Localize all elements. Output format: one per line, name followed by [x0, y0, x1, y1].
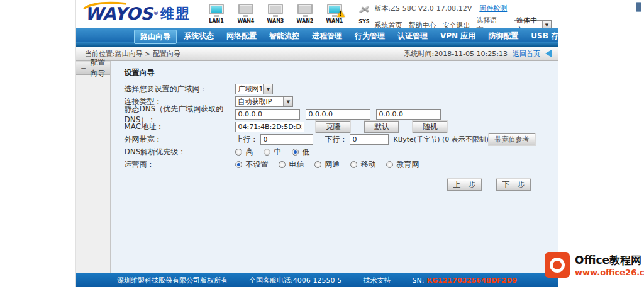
warning-icon: ! — [337, 10, 345, 17]
dns-input-1[interactable] — [235, 109, 300, 120]
isp-option-label: 不设置 — [245, 159, 268, 170]
router-admin-page: WAYOS® 维盟 LAN1WAN4WAN3WAN2!WAN1SYS 版本:ZS… — [75, 0, 558, 287]
status-label: SYS — [353, 19, 374, 25]
radio-icon[interactable] — [235, 161, 242, 168]
isp-option-2[interactable]: 电信 — [279, 159, 304, 170]
serial-number: SN:KG1217032564BDF2D9 — [413, 276, 517, 285]
mac-input[interactable] — [235, 122, 304, 132]
status-label: WAN4 — [235, 18, 256, 24]
monitor-icon: ! — [327, 4, 342, 14]
nav-tab-7[interactable]: 认证管理 — [392, 30, 433, 44]
upstream-label: 上行： — [235, 134, 258, 145]
mac-random-button[interactable]: 随机 — [413, 121, 447, 133]
nav-tabs: 路由向导系统状态网络配置智能流控进程管理行为管理认证管理VPN 应用防御配置US… — [76, 28, 558, 44]
status-sys[interactable]: SYS — [353, 3, 374, 25]
isp-option-label: 网通 — [325, 159, 340, 170]
dns-priority-option-2[interactable]: 中 — [264, 147, 281, 157]
isp-option-3[interactable]: 网通 — [314, 159, 340, 170]
downstream-input[interactable] — [350, 134, 389, 145]
header: WAYOS® 维盟 LAN1WAN4WAN3WAN2!WAN1SYS 版本:ZS… — [76, 0, 558, 28]
nav-tab-9[interactable]: 防御配置 — [482, 30, 524, 44]
bandwidth-reference-button[interactable]: 带宽值参考 — [489, 133, 535, 145]
back-arrow-icon[interactable] — [545, 50, 552, 57]
dns-input-2[interactable] — [306, 109, 370, 120]
status-wan2[interactable]: WAN2 — [294, 3, 315, 25]
dns-priority-option-label: 中 — [274, 147, 281, 157]
status-wan4[interactable]: WAN4 — [235, 3, 256, 25]
watermark-url: www.office26.com — [575, 268, 644, 277]
monitor-icon — [268, 4, 283, 14]
scrollbar-thumb[interactable] — [636, 2, 641, 12]
status-label: WAN3 — [265, 18, 286, 24]
conn-type-value: 自动获取IP — [238, 97, 272, 106]
nav-tab-10[interactable]: USB 存储 — [525, 30, 572, 44]
nav-tab-4[interactable]: 智能流控 — [264, 30, 305, 44]
wan-select[interactable]: 广域网1 ▼ — [235, 84, 273, 94]
nav-tab-2[interactable]: 系统状态 — [178, 30, 219, 44]
isp-option-label: 电信 — [289, 159, 304, 170]
radio-icon[interactable] — [279, 161, 286, 168]
radio-icon[interactable] — [386, 161, 393, 168]
logo-swoosh-icon — [82, 1, 128, 9]
chevron-down-icon[interactable]: ▼ — [283, 97, 292, 106]
radio-icon[interactable] — [314, 161, 321, 168]
breadcrumb-bar: 当前位置:路由向导 > 配置向导 系统时间:2018-11-05 10:25:1… — [76, 47, 558, 61]
nav-tab-12[interactable]: 系统维护 — [616, 30, 644, 44]
isp-radios: 不设置电信网通移动教育网 — [235, 159, 430, 170]
status-wan1[interactable]: !WAN1 — [324, 3, 345, 25]
status-lan1[interactable]: LAN1 — [206, 3, 226, 25]
wan-select-value: 广域网1 — [238, 84, 263, 94]
mac-clone-button[interactable]: 克隆 — [316, 121, 350, 133]
isp-label: 运营商： — [124, 159, 235, 170]
status-icons: LAN1WAN4WAN3WAN2!WAN1SYS — [206, 3, 374, 25]
nav-tab-11[interactable]: 高级配置 — [573, 30, 614, 44]
status-label: WAN1 — [324, 18, 345, 24]
status-label: WAN2 — [294, 18, 315, 24]
isp-option-1[interactable]: 不设置 — [235, 159, 268, 170]
version-label: 版本:ZS-58C V2.0-17.08.12V — [374, 4, 472, 13]
footer: 深圳维盟科技股份有限公司版权所有 全国客服电话:4006-12550-5 技术支… — [76, 273, 558, 287]
dns-priority-option-3[interactable]: 低 — [292, 147, 309, 157]
watermark-title: Office教程网 — [575, 253, 644, 268]
logo-text-cn: 维盟 — [160, 4, 191, 23]
radio-icon[interactable] — [235, 149, 242, 156]
bandwidth-label: 外网带宽： — [124, 134, 235, 145]
nav-tab-3[interactable]: 网络配置 — [221, 30, 262, 44]
dns-priority-option-label: 低 — [302, 147, 309, 157]
nav-tab-6[interactable]: 行为管理 — [349, 30, 391, 44]
radio-icon[interactable] — [292, 149, 299, 156]
home-link[interactable]: 返回首页 — [513, 49, 540, 59]
conn-type-select[interactable]: 自动获取IP ▼ — [235, 96, 293, 107]
status-wan3[interactable]: WAN3 — [265, 3, 286, 25]
mac-default-button[interactable]: 默认 — [364, 121, 399, 133]
tools-icon — [357, 4, 372, 15]
nav-tab-8[interactable]: VPN 应用 — [435, 30, 481, 44]
wan-select-label: 选择您要设置的广域网： — [124, 84, 235, 94]
firmware-check-link[interactable]: 固件检测 — [479, 4, 507, 13]
nav-tab-1[interactable]: 路由向导 — [134, 30, 177, 44]
office-logo-icon — [545, 252, 570, 278]
support-link[interactable]: 技术支持 — [364, 276, 391, 285]
dns-priority-option-1[interactable]: 高 — [235, 147, 253, 157]
dns-priority-label: DNS解析优先级： — [124, 147, 235, 157]
prev-step-button[interactable]: 上一步 — [447, 179, 482, 191]
bandwidth-note: KByte(千字节) (0 表示不限制) — [393, 135, 489, 144]
radio-icon[interactable] — [350, 161, 357, 168]
next-step-button[interactable]: 下一步 — [496, 179, 531, 191]
nav-tab-5[interactable]: 进程管理 — [306, 30, 348, 44]
monitor-icon — [297, 4, 313, 14]
radio-icon[interactable] — [264, 149, 270, 156]
dns-input-3[interactable] — [376, 109, 441, 120]
registered-mark-icon: ® — [153, 11, 158, 16]
isp-option-4[interactable]: 移动 — [350, 159, 375, 170]
dns-priority-option-label: 高 — [245, 147, 253, 157]
isp-option-5[interactable]: 教育网 — [386, 159, 419, 170]
dns-priority-radios: 高中低 — [235, 147, 320, 157]
collapse-icon[interactable]: − — [80, 64, 86, 72]
system-time: 系统时间:2018-11-05 10:25:13 — [404, 49, 508, 59]
upstream-input[interactable] — [260, 134, 313, 145]
chevron-down-icon[interactable]: ▼ — [263, 84, 272, 94]
sn-label: SN: — [413, 276, 425, 285]
sidebar-item-config-wizard[interactable]: − 配置向导 — [76, 61, 110, 75]
page-title: 设置向导 — [124, 67, 558, 78]
